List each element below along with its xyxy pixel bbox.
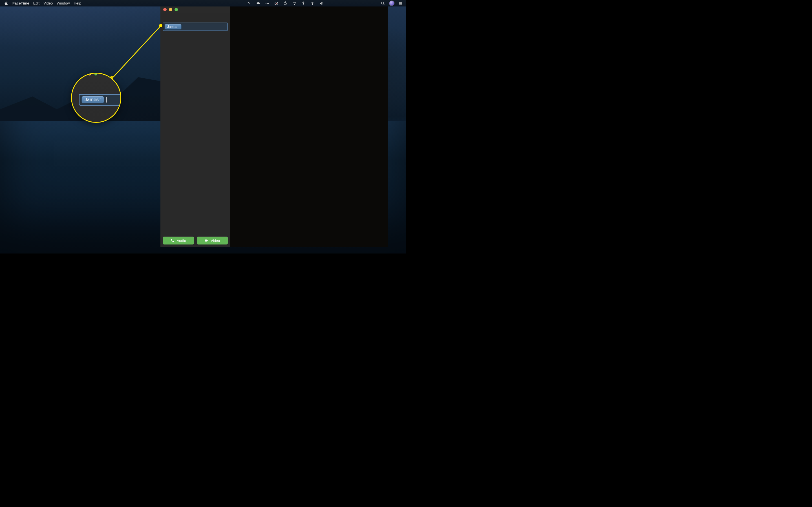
facetime-sidebar: James ˅ Audio Video (160, 6, 230, 247)
phone-icon (170, 238, 174, 242)
audio-call-button[interactable]: Audio (163, 237, 194, 244)
airplay-icon[interactable] (292, 0, 297, 6)
contact-pill[interactable]: James ˅ (165, 24, 181, 29)
audio-call-label: Audio (177, 238, 186, 243)
zoom-window-zoom-button (94, 73, 97, 75)
window-titlebar[interactable] (160, 6, 230, 13)
siri-icon[interactable] (389, 0, 394, 6)
clock-placeholder (345, 1, 359, 6)
zoom-contact-name: James (85, 97, 99, 103)
date-placeholder (363, 1, 376, 6)
notification-center-icon[interactable] (398, 0, 403, 6)
text-caret (183, 25, 183, 29)
spotlight-search-icon[interactable] (380, 0, 386, 6)
callout-anchor-dot (159, 24, 162, 27)
zoom-contact-pill: James ˅ (82, 96, 104, 103)
battery-placeholder (328, 1, 342, 6)
volume-icon[interactable] (319, 0, 324, 6)
dropbox-icon[interactable] (247, 0, 252, 6)
callout-zoom-circle: James ˅ (71, 73, 121, 123)
window-close-button[interactable] (163, 8, 167, 11)
window-zoom-button[interactable] (174, 8, 178, 11)
time-machine-icon[interactable] (283, 0, 288, 6)
to-field[interactable]: James ˅ (163, 22, 228, 31)
svg-line-7 (384, 4, 384, 5)
menubar: FaceTime Edit Video Window Help (0, 0, 406, 6)
video-call-button[interactable]: Video (197, 237, 228, 244)
svg-point-0 (266, 3, 266, 4)
menu-video[interactable]: Video (43, 0, 53, 6)
svg-point-1 (267, 3, 268, 4)
facetime-window: James ˅ Audio Video (160, 6, 388, 247)
svg-point-6 (382, 2, 384, 4)
zoom-to-field: James ˅ (79, 94, 121, 106)
menu-edit[interactable]: Edit (33, 0, 40, 6)
zoom-text-caret (106, 97, 107, 103)
zoom-chevron-down-icon: ˅ (100, 98, 101, 102)
svg-point-2 (268, 3, 269, 4)
contact-name: James (167, 24, 177, 29)
menu-help[interactable]: Help (73, 0, 81, 6)
window-minimize-button[interactable] (169, 8, 172, 11)
apple-icon (4, 1, 8, 6)
video-icon (204, 238, 208, 242)
facetime-camera-preview (230, 6, 388, 247)
bluetooth-icon[interactable] (301, 0, 306, 6)
wifi-icon[interactable] (310, 0, 315, 6)
video-call-label: Video (211, 238, 220, 243)
more-menu-icon[interactable] (265, 0, 270, 6)
cloud-upload-icon[interactable] (256, 0, 261, 6)
menu-window[interactable]: Window (57, 0, 70, 6)
chevron-down-icon[interactable]: ˅ (178, 24, 180, 29)
avatar (389, 1, 394, 6)
app-menu-facetime[interactable]: FaceTime (12, 0, 29, 6)
apple-menu[interactable] (4, 0, 8, 6)
screen-record-off-icon[interactable] (274, 0, 279, 6)
